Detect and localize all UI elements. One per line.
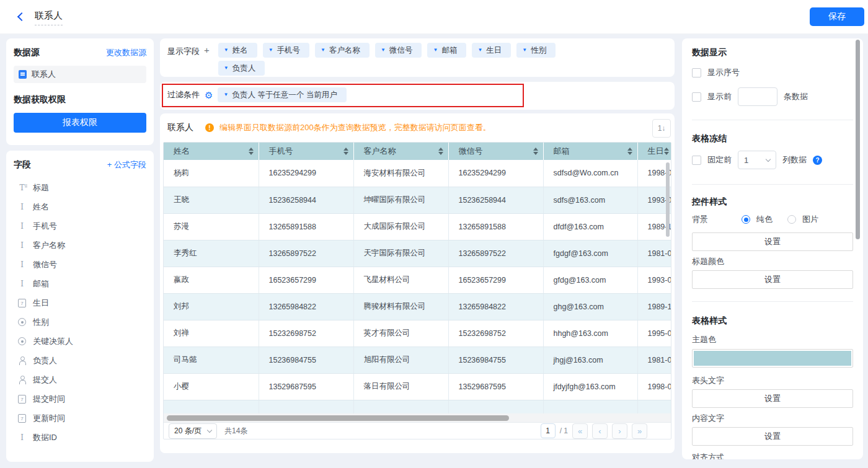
- help-icon[interactable]: ?: [813, 156, 822, 165]
- theme-color-swatch[interactable]: [692, 349, 853, 368]
- display-field-chip[interactable]: ▼ 生日: [472, 43, 511, 58]
- table-row[interactable]: [164, 400, 671, 413]
- first-page-button[interactable]: «: [572, 423, 588, 439]
- freeze-count-value: 1: [744, 156, 748, 165]
- cell-wechat: 13265984822: [448, 293, 543, 320]
- field-item[interactable]: 邮箱: [14, 274, 146, 293]
- field-item[interactable]: 更新时间: [14, 408, 146, 428]
- display-field-chip[interactable]: ▼ 邮箱: [427, 43, 466, 58]
- sort-arrows-icon[interactable]: [438, 148, 443, 155]
- table-row[interactable]: 杨莉 16235294299 海安材料有限公司 16235294299 sdfs…: [164, 160, 671, 187]
- table-row[interactable]: 小樱 13529687595 落日有限公司 13529687595 jfdyjf…: [164, 373, 671, 400]
- table-row[interactable]: 刘邦 13265984822 腾骏材料有限公司 13265984822 ghg@…: [164, 293, 671, 320]
- change-datasource-link[interactable]: 更改数据源: [106, 47, 146, 58]
- column-header[interactable]: 客户名称: [353, 143, 448, 160]
- field-item[interactable]: 标题: [14, 178, 146, 197]
- prev-page-button[interactable]: ‹: [592, 423, 608, 439]
- column-header[interactable]: 姓名: [164, 143, 259, 160]
- field-item[interactable]: 数据ID: [14, 428, 146, 447]
- display-field-chip[interactable]: ▼ 客户名称: [315, 43, 370, 58]
- table-header-row: 姓名 手机号: [164, 143, 671, 160]
- page-size-select[interactable]: 20 条/页: [169, 423, 217, 439]
- freeze-count-select[interactable]: 1: [738, 151, 776, 169]
- field-item[interactable]: 负责人: [14, 351, 146, 370]
- field-item[interactable]: 生日: [14, 293, 146, 312]
- current-page-input[interactable]: 1: [541, 423, 556, 438]
- field-item[interactable]: 手机号: [14, 216, 146, 236]
- filter-condition-chip[interactable]: ▼ 负责人 等于任意一个 当前用户: [218, 87, 346, 102]
- sort-order-button[interactable]: 1↓: [652, 119, 671, 138]
- report-permission-button[interactable]: 报表权限: [14, 113, 146, 133]
- column-header[interactable]: 邮箱: [543, 143, 637, 160]
- last-page-button[interactable]: »: [632, 423, 647, 439]
- panel-scrollbar[interactable]: [856, 40, 860, 239]
- calendar-icon: [17, 413, 27, 423]
- cell-phone: 15236258944: [259, 187, 353, 213]
- field-item[interactable]: 姓名: [14, 197, 146, 216]
- add-display-field-button[interactable]: +: [204, 45, 210, 55]
- field-label: 更新时间: [33, 413, 65, 424]
- cell-phone: 15232698752: [259, 320, 353, 347]
- display-field-chip[interactable]: ▼ 性别: [516, 43, 556, 58]
- field-item[interactable]: 客户名称: [14, 236, 146, 255]
- chip-label: 生日: [486, 45, 502, 56]
- sort-arrows-icon[interactable]: [664, 148, 669, 155]
- save-button[interactable]: 保存: [810, 7, 864, 26]
- field-item[interactable]: 性别: [14, 312, 146, 332]
- display-field-chip[interactable]: ▼ 姓名: [218, 43, 257, 58]
- column-header[interactable]: 手机号: [259, 143, 353, 160]
- field-item[interactable]: 提交时间: [14, 389, 146, 408]
- add-formula-field-link[interactable]: + 公式字段: [107, 159, 146, 170]
- column-header[interactable]: 微信号: [448, 143, 543, 160]
- table-row[interactable]: 嬴政 16523657299 飞星材料公司 16523657299 gfdg@1…: [164, 267, 671, 293]
- freeze-checkbox[interactable]: [692, 156, 701, 165]
- table-row[interactable]: 司马懿 15236984755 旭阳有限公司 15236984755 jhgj@…: [164, 347, 671, 373]
- chip-label: 微信号: [389, 45, 413, 56]
- sort-arrows-icon[interactable]: [627, 148, 632, 155]
- column-header[interactable]: 生日: [637, 143, 671, 160]
- show-index-checkbox[interactable]: [692, 68, 701, 77]
- table-row[interactable]: 苏漫 13265891588 大成国际有限公司 13265891588 dfdf…: [164, 213, 671, 240]
- table-row[interactable]: 李秀红 13265897522 天宇国际有限公司 13265897522 fgd…: [164, 240, 671, 267]
- display-field-chip[interactable]: ▼ 手机号: [263, 43, 309, 58]
- show-first-checkbox[interactable]: [692, 92, 701, 102]
- gear-icon[interactable]: ⚙: [205, 91, 213, 100]
- cell-birthday: 1989-11: [637, 293, 671, 320]
- calendar-icon: [17, 298, 27, 307]
- chevron-down-icon: ▼: [224, 66, 229, 71]
- field-item[interactable]: 微信号: [14, 255, 146, 274]
- rows-suffix-label: 条数据: [784, 91, 808, 102]
- field-item[interactable]: 提交人: [14, 370, 146, 389]
- sort-arrows-icon[interactable]: [533, 148, 538, 155]
- back-button[interactable]: [19, 13, 27, 22]
- column-label: 微信号: [459, 146, 483, 157]
- sort-arrows-icon[interactable]: [249, 148, 254, 155]
- pagination-bar: 20 条/页 共14条 1 / 1 « ‹ › »: [164, 422, 671, 439]
- field-label: 标题: [33, 182, 49, 193]
- field-label: 客户名称: [33, 240, 65, 251]
- table-row[interactable]: 刘禅 15232698752 英才有限公司 15232698752 hhgh@1…: [164, 320, 671, 347]
- display-field-chip[interactable]: ▼ 微信号: [375, 43, 422, 58]
- table-row[interactable]: 王晓 15236258944 坤曜国际有限公司 15236258944 sdfs…: [164, 187, 671, 213]
- horizontal-scrollbar-track[interactable]: [164, 413, 671, 422]
- cell-name: [164, 400, 259, 413]
- next-page-button[interactable]: ›: [612, 423, 627, 439]
- display-field-chip[interactable]: ▼ 负责人: [218, 61, 265, 76]
- datasource-item[interactable]: 联系人: [14, 66, 146, 83]
- header-text-set-button[interactable]: 设置: [692, 389, 853, 408]
- sort-arrows-icon[interactable]: [343, 148, 348, 155]
- cell-company: 旭阳有限公司: [353, 347, 448, 373]
- title-color-label: 标题颜色: [692, 256, 853, 267]
- topbar: 联系人 保存: [0, 0, 868, 34]
- content-text-set-button[interactable]: 设置: [692, 427, 853, 446]
- show-first-count-input[interactable]: [738, 87, 777, 106]
- field-item[interactable]: 关键决策人: [14, 332, 146, 351]
- vertical-scrollbar[interactable]: [666, 162, 670, 237]
- solid-color-label: 纯色: [756, 214, 773, 225]
- solid-color-radio[interactable]: [742, 215, 750, 224]
- background-set-button[interactable]: 设置: [692, 232, 853, 251]
- horizontal-scrollbar-thumb[interactable]: [167, 415, 509, 421]
- title-color-set-button[interactable]: 设置: [692, 270, 853, 289]
- image-radio[interactable]: [787, 215, 796, 224]
- cell-email: jfdyjfgh@163.com: [543, 373, 637, 400]
